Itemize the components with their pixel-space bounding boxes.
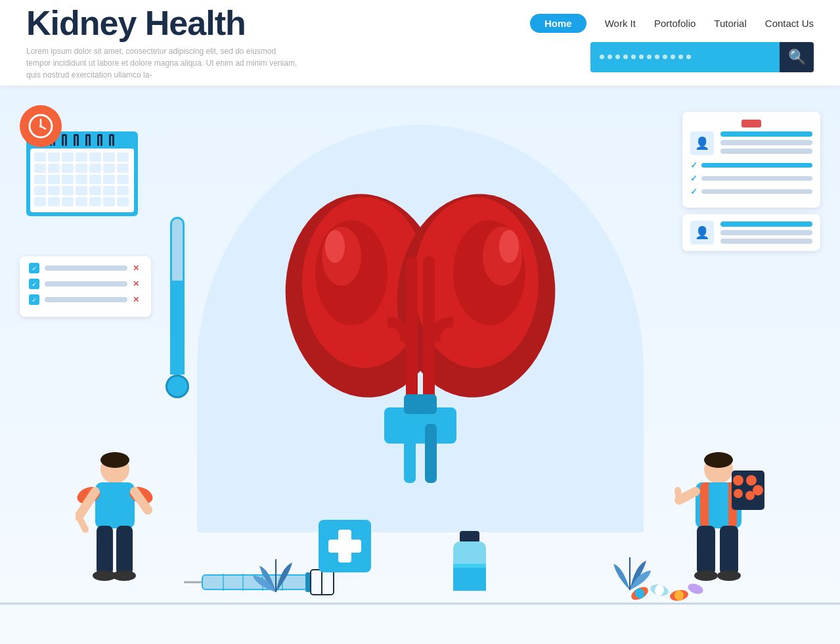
svg-point-45 bbox=[745, 491, 755, 500]
cal-cell bbox=[117, 152, 129, 162]
cal-cell bbox=[48, 152, 60, 162]
cal-cell bbox=[48, 197, 60, 206]
plant-right-svg bbox=[604, 544, 656, 597]
svg-rect-56 bbox=[305, 572, 311, 592]
cal-cell bbox=[117, 197, 129, 206]
svg-rect-61 bbox=[328, 540, 361, 553]
svg-point-72 bbox=[686, 582, 704, 595]
cal-ring-5 bbox=[97, 134, 102, 146]
cal-cell bbox=[103, 152, 115, 162]
svg-line-38 bbox=[678, 490, 679, 500]
dot5 bbox=[631, 55, 636, 59]
cal-cell bbox=[34, 186, 46, 195]
svg-rect-36 bbox=[709, 482, 728, 528]
nav-home-button[interactable]: Home bbox=[530, 14, 586, 33]
nav-tutorial[interactable]: Tutorial bbox=[714, 18, 746, 29]
cal-cell bbox=[48, 186, 60, 195]
person-right bbox=[673, 451, 764, 598]
record-check-2: ✓ bbox=[690, 173, 812, 183]
clock-icon bbox=[20, 105, 62, 147]
search-bar: 🔍 bbox=[590, 42, 814, 72]
cal-cell bbox=[103, 164, 115, 173]
check-line-2 bbox=[45, 281, 127, 287]
checkbox-2: ✓ bbox=[29, 279, 39, 289]
svg-point-33 bbox=[704, 452, 733, 468]
med-line-s3 bbox=[720, 239, 812, 244]
check-x-2: ✕ bbox=[133, 279, 142, 288]
svg-point-13 bbox=[499, 230, 519, 263]
med-line-1 bbox=[720, 131, 812, 137]
med-line-2 bbox=[720, 140, 812, 145]
svg-rect-46 bbox=[697, 526, 715, 575]
svg-line-26 bbox=[79, 517, 85, 530]
cal-cell bbox=[117, 164, 129, 173]
header-left: Kidney Health Lorem ipsum dolor sit amet… bbox=[26, 5, 302, 80]
cal-cell bbox=[76, 152, 87, 162]
nav-contact-us[interactable]: Contact Us bbox=[765, 18, 814, 29]
dot7 bbox=[647, 55, 652, 59]
svg-rect-62 bbox=[460, 531, 479, 543]
checklist-bubble: ✓ ✕ ✓ ✕ ✓ ✕ bbox=[20, 256, 151, 317]
record-line-a bbox=[701, 163, 812, 168]
dot12 bbox=[686, 55, 691, 59]
search-button[interactable]: 🔍 bbox=[780, 42, 814, 72]
cal-cell bbox=[34, 197, 46, 206]
kidneys-svg bbox=[256, 151, 585, 506]
plant-left-svg bbox=[250, 546, 302, 599]
check-x-1: ✕ bbox=[133, 264, 142, 273]
nav-work-it[interactable]: Work It bbox=[605, 18, 636, 29]
svg-rect-47 bbox=[720, 526, 738, 575]
cal-cell bbox=[89, 175, 101, 184]
svg-point-42 bbox=[746, 475, 757, 486]
thermometer-bulb bbox=[166, 375, 189, 398]
check-mark-1: ✓ bbox=[690, 160, 697, 170]
med-line-s2 bbox=[720, 230, 812, 235]
svg-point-21 bbox=[100, 452, 129, 468]
check-line-3 bbox=[45, 297, 127, 302]
cal-ring-2 bbox=[62, 134, 67, 146]
dot6 bbox=[639, 55, 644, 59]
svg-rect-28 bbox=[97, 526, 113, 575]
med-line-s1 bbox=[720, 221, 812, 227]
dot9 bbox=[663, 55, 667, 59]
person-left bbox=[76, 451, 154, 598]
cal-cell bbox=[34, 164, 46, 173]
cal-row-5 bbox=[34, 197, 130, 206]
cal-cell bbox=[76, 186, 87, 195]
header-right: Home Work It Portofolio Tutorial Contact… bbox=[530, 14, 814, 72]
cal-cell bbox=[89, 164, 101, 173]
cal-cell bbox=[62, 175, 74, 184]
plant-right bbox=[604, 544, 656, 599]
nav-portfolio[interactable]: Portofolio bbox=[654, 18, 696, 29]
record-check-1: ✓ bbox=[690, 160, 812, 170]
cal-cell bbox=[103, 186, 115, 195]
thermometer bbox=[164, 217, 190, 401]
calendar-grid bbox=[30, 149, 134, 212]
record-line-b bbox=[701, 176, 812, 181]
checklist-item-2: ✓ ✕ bbox=[29, 279, 142, 289]
check-x-3: ✕ bbox=[133, 295, 142, 304]
bottle-svg bbox=[447, 531, 493, 597]
header: Kidney Health Lorem ipsum dolor sit amet… bbox=[0, 0, 840, 85]
dot3 bbox=[615, 55, 620, 59]
clipboard-clip bbox=[741, 120, 761, 127]
checkbox-3: ✓ bbox=[29, 294, 39, 305]
cal-cell bbox=[62, 197, 74, 206]
cal-row-2 bbox=[34, 164, 130, 173]
search-input-area[interactable] bbox=[590, 42, 780, 72]
cal-cell bbox=[48, 164, 60, 173]
kidneys-illustration bbox=[256, 151, 585, 519]
svg-rect-22 bbox=[95, 482, 135, 528]
cal-cell bbox=[76, 164, 87, 173]
record-check-3: ✓ bbox=[690, 187, 812, 196]
person-right-svg bbox=[673, 451, 764, 595]
svg-point-3 bbox=[39, 125, 42, 127]
cal-cell bbox=[117, 186, 129, 195]
cal-cell bbox=[62, 186, 74, 195]
med-record-lines bbox=[720, 131, 812, 154]
cal-ring-3 bbox=[74, 134, 79, 146]
patient-avatar-1: 👤 bbox=[690, 131, 714, 155]
cal-cell bbox=[89, 197, 101, 206]
plant-left bbox=[250, 546, 302, 601]
cal-cell bbox=[103, 175, 115, 184]
